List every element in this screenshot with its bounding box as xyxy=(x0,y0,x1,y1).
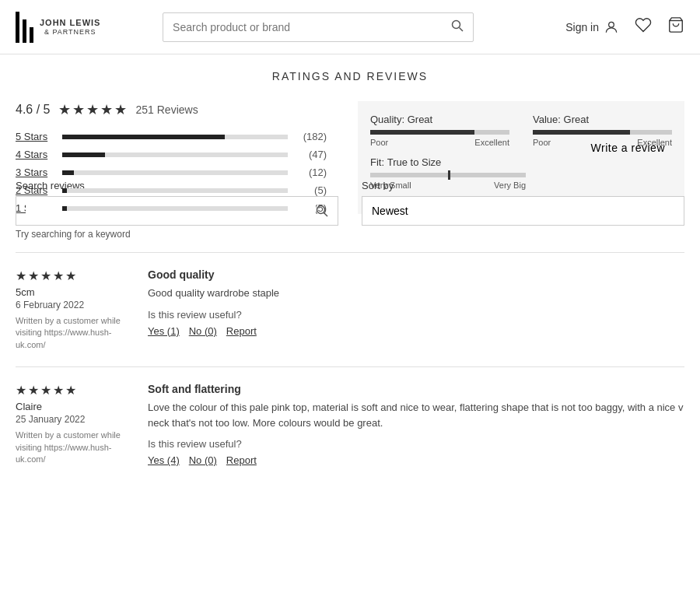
section-title: RATINGS AND REVIEWS xyxy=(16,70,684,82)
rating-bar-count: (12) xyxy=(296,167,327,178)
quality-labels: Poor Excellent xyxy=(370,138,509,147)
user-icon xyxy=(604,19,619,35)
reviewer-stars: ★★★★★ xyxy=(16,268,132,283)
review-actions: Yes (1) No (0) Report xyxy=(148,325,684,337)
rating-bar-container xyxy=(62,170,288,175)
svg-point-0 xyxy=(453,20,460,28)
rating-bar-container xyxy=(62,188,288,193)
rating-label[interactable]: 3 Stars xyxy=(16,167,54,178)
sign-in[interactable]: Sign in xyxy=(565,19,619,35)
no-link[interactable]: No (0) xyxy=(189,454,217,466)
review-text: Good quality wardrobe staple xyxy=(148,286,684,301)
review-useful: Is this review useful? xyxy=(148,309,684,321)
review-item: ★★★★★ Claire 25 January 2022 Written by … xyxy=(16,366,684,482)
wishlist-icon[interactable] xyxy=(635,16,652,37)
logo-bar-3 xyxy=(30,27,33,43)
review-content: Soft and flattering Love the colour of t… xyxy=(148,383,684,466)
rating-bar-fill xyxy=(62,188,67,193)
svg-point-4 xyxy=(317,206,325,214)
quality-title: Quality: Great xyxy=(370,114,509,125)
overall-rating: 4.6 / 5 ★★★★★ 251 Reviews xyxy=(16,101,327,118)
rating-bar-count: (47) xyxy=(296,149,327,160)
search-reviews-input-wrapper xyxy=(16,196,338,226)
rating-row: 3 Stars (12) xyxy=(16,167,327,178)
rating-label[interactable]: 4 Stars xyxy=(16,149,54,160)
logo-bars xyxy=(16,12,33,43)
review-count: 251 Reviews xyxy=(136,103,198,116)
review-content: Good quality Good quality wardrobe stapl… xyxy=(148,268,684,351)
sort-select[interactable]: NewestOldestMost HelpfulHighest RatingLo… xyxy=(362,196,684,226)
review-date: 6 February 2022 xyxy=(16,300,132,310)
reviews-list: ★★★★★ 5cm 6 February 2022 Written by a c… xyxy=(16,252,684,482)
search-reviews-icon xyxy=(316,205,328,217)
sort-label: Sort by xyxy=(362,180,684,191)
reviewer-stars: ★★★★★ xyxy=(16,383,132,398)
logo-brand: JOHN LEWIS xyxy=(40,17,100,28)
rating-bar-container xyxy=(62,206,288,211)
svg-point-2 xyxy=(609,22,614,27)
sort-area: Sort by NewestOldestMost HelpfulHighest … xyxy=(362,180,684,226)
quality-bar xyxy=(370,130,509,135)
review-text: Love the colour of this pale pink top, m… xyxy=(148,400,684,430)
no-link[interactable]: No (0) xyxy=(189,325,217,337)
fit-title: Fit: True to Size xyxy=(370,156,672,168)
search-icon-button[interactable] xyxy=(451,19,464,35)
search-bar[interactable] xyxy=(163,12,474,42)
logo-bar-2 xyxy=(23,19,26,43)
value-bar xyxy=(533,130,672,135)
logo-sub: & PARTNERS xyxy=(40,28,100,37)
review-item: ★★★★★ 5cm 6 February 2022 Written by a c… xyxy=(16,252,684,366)
review-title: Good quality xyxy=(148,268,684,281)
quality-attr: Quality: Great Poor Excellent xyxy=(370,114,509,147)
rating-row: 5 Stars (182) xyxy=(16,131,327,142)
review-source: Written by a customer while visiting htt… xyxy=(16,315,132,351)
rating-bar-fill xyxy=(62,153,105,157)
search-input[interactable] xyxy=(173,21,451,33)
report-link[interactable]: Report xyxy=(226,325,257,337)
rating-bar-fill xyxy=(62,206,67,211)
reviewer-name: 5cm xyxy=(16,286,132,298)
rating-bar-fill xyxy=(62,135,225,139)
rating-label[interactable]: 5 Stars xyxy=(16,131,54,142)
fit-bar xyxy=(370,173,526,177)
header: JOHN LEWIS & PARTNERS Sign in xyxy=(0,0,700,54)
yes-link[interactable]: Yes (4) xyxy=(148,454,180,466)
review-date: 25 January 2022 xyxy=(16,414,132,425)
sign-in-label: Sign in xyxy=(565,21,599,33)
review-meta: ★★★★★ 5cm 6 February 2022 Written by a c… xyxy=(16,268,132,351)
review-useful: Is this review useful? xyxy=(148,438,684,450)
rating-bar-container xyxy=(62,135,288,139)
rating-row: 4 Stars (47) xyxy=(16,149,327,160)
logo-text: JOHN LEWIS & PARTNERS xyxy=(40,17,100,37)
review-actions: Yes (4) No (0) Report xyxy=(148,454,684,466)
value-title: Value: Great xyxy=(533,114,672,125)
rating-bar-container xyxy=(62,153,288,157)
review-source: Written by a customer while visiting htt… xyxy=(16,429,132,465)
svg-line-5 xyxy=(324,213,328,217)
overall-score: 4.6 / 5 xyxy=(16,103,51,117)
keyword-hint: Try searching for a keyword xyxy=(16,229,338,240)
logo[interactable]: JOHN LEWIS & PARTNERS xyxy=(16,12,109,43)
yes-link[interactable]: Yes (1) xyxy=(148,325,180,337)
rating-bar-fill xyxy=(62,170,74,175)
report-link[interactable]: Report xyxy=(226,454,257,466)
search-icon xyxy=(451,19,464,32)
reviewer-name: Claire xyxy=(16,401,132,412)
svg-line-1 xyxy=(460,27,464,31)
review-title: Soft and flattering xyxy=(148,383,684,395)
overall-stars: ★★★★★ xyxy=(58,101,128,118)
rating-bar-count: (182) xyxy=(296,131,327,142)
basket-icon[interactable] xyxy=(667,16,684,37)
logo-bar-1 xyxy=(16,12,19,43)
review-meta: ★★★★★ Claire 25 January 2022 Written by … xyxy=(16,383,132,466)
header-right: Sign in xyxy=(565,16,684,37)
main-content: RATINGS AND REVIEWS 4.6 / 5 ★★★★★ 251 Re… xyxy=(0,54,700,497)
